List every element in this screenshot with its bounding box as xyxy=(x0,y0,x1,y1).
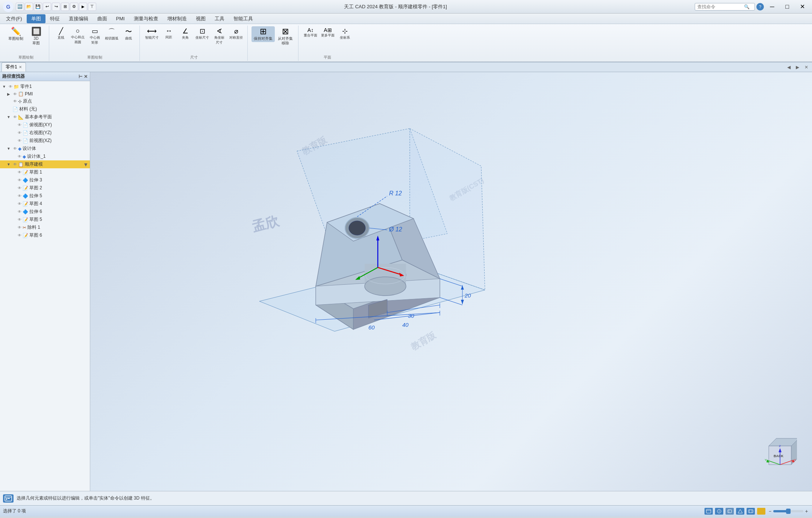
tree-toggle-design-body[interactable]: ▼ xyxy=(6,146,11,151)
menu-smart-tools[interactable]: 智能工具 xyxy=(229,14,258,23)
tree-eye-s2[interactable]: 👁 xyxy=(18,186,21,190)
tab-part1[interactable]: 零件1 ✕ xyxy=(2,62,26,72)
angle-button[interactable]: ∠ 夹角 xyxy=(177,26,193,41)
tree-eye-design-body-1[interactable]: 👁 xyxy=(18,154,21,159)
tree-toggle-ref-planes[interactable]: ▼ xyxy=(6,115,11,119)
save-button[interactable]: 💾 xyxy=(34,3,42,11)
tree-item-sketch1[interactable]: 👁 📝 草图 1 xyxy=(0,168,90,176)
open-button[interactable]: 📂 xyxy=(25,3,33,11)
tree-item-origin[interactable]: 👁 ⊹ 原点 xyxy=(0,97,90,105)
menu-direct-edit[interactable]: 直接编辑 xyxy=(64,14,93,23)
tree-item-extrude5[interactable]: 👁 🔷 拉伸 5 xyxy=(0,192,90,200)
tree-eye-e5[interactable]: 👁 xyxy=(18,194,21,198)
spacing-button[interactable]: ↔ 间距 xyxy=(161,26,177,41)
tab-nav-right[interactable]: ▶ xyxy=(794,64,801,71)
command-search-input[interactable] xyxy=(697,4,742,9)
tree-item-sketch6[interactable]: 👁 📝 草图 6 xyxy=(0,231,90,239)
circle-button[interactable]: ○ 中心和点画圆 xyxy=(70,26,86,45)
more-plane-button[interactable]: A⊞ 更多平面 xyxy=(320,26,336,39)
status-icon-color[interactable] xyxy=(757,508,765,515)
tab-nav-close[interactable]: ✕ xyxy=(802,64,810,71)
tree-item-part1[interactable]: ▼ 👁 📁 零件1 xyxy=(0,83,90,91)
menu-sketch[interactable]: 单图 xyxy=(27,14,45,23)
smart-dim-button[interactable]: ⟷ 智能尺寸 xyxy=(144,26,160,41)
remove-align-button[interactable]: ⊠ 从对齐集移除 xyxy=(276,26,295,47)
tree-item-extrude6[interactable]: 👁 🔷 拉伸 6 xyxy=(0,208,90,216)
tree-eye-ref-planes[interactable]: 👁 xyxy=(13,115,17,119)
tree-item-pmi[interactable]: ▶ 👁 📋 PMI xyxy=(0,91,90,97)
sym-diameter-button[interactable]: ⌀ 对称直径 xyxy=(228,26,244,41)
tree-eye-e3[interactable]: 👁 xyxy=(18,178,21,182)
tree-item-sketch5[interactable]: 👁 📝 草图 5 xyxy=(0,216,90,224)
zoom-slider[interactable] xyxy=(773,510,803,512)
tree-toggle-sequential[interactable]: ▼ xyxy=(6,162,11,166)
tree-item-sketch4[interactable]: 👁 📝 草图 4 xyxy=(0,200,90,208)
zoom-in-button[interactable]: ＋ xyxy=(804,508,809,515)
menu-view[interactable]: 视图 xyxy=(191,14,210,23)
curve-button[interactable]: 〜 曲线 xyxy=(121,26,136,42)
status-icon-4[interactable] xyxy=(736,508,744,515)
tree-eye-xy[interactable]: 👁 xyxy=(18,123,21,127)
tree-item-design-body[interactable]: ▼ 👁 ◆ 设计体 xyxy=(0,145,90,153)
tree-item-sketch2[interactable]: 👁 📝 草图 2 xyxy=(0,184,90,192)
menu-file[interactable]: 文件(F) xyxy=(2,14,27,23)
sketch-draw-button[interactable]: ✏️ 草图绘制 xyxy=(6,26,26,42)
menu-measure[interactable]: 测量与检查 xyxy=(129,14,163,23)
new-button[interactable]: 🆕 xyxy=(16,3,24,11)
menu-pmi[interactable]: PMI xyxy=(112,15,129,23)
menu-additive[interactable]: 增材制造 xyxy=(163,14,191,23)
tree-item-xz[interactable]: 👁 📄 前视图(XZ) xyxy=(0,137,90,145)
coincide-plane-button[interactable]: A↕ 重合平面 xyxy=(302,26,319,39)
settings-button[interactable]: ⚙ xyxy=(70,3,78,11)
tree-item-sequential[interactable]: ▼ 👁 📋 顺序建模 ▼ xyxy=(0,160,90,168)
tree-toggle-pmi[interactable]: ▶ xyxy=(6,92,11,96)
status-icon-5[interactable] xyxy=(747,508,755,515)
tree-eye-s1[interactable]: 👁 xyxy=(18,170,21,174)
3d-sketch-button[interactable]: 🔲 3D草图 xyxy=(26,26,46,47)
command-search[interactable]: 🔍 xyxy=(695,3,755,11)
tree-eye-yz[interactable]: 👁 xyxy=(18,131,21,135)
tree-eye-xz[interactable]: 👁 xyxy=(18,139,21,143)
coord-dim-button[interactable]: ⊡ 坐标尺寸 xyxy=(194,26,211,41)
coord-sys-button[interactable]: ⊹ 坐标系 xyxy=(337,26,353,41)
menu-feature[interactable]: 特征 xyxy=(45,14,64,23)
tree-item-xy[interactable]: 👁 📄 俯视图(XY) xyxy=(0,121,90,129)
tree-eye-s4[interactable]: 👁 xyxy=(18,202,21,206)
close-button[interactable]: ✕ xyxy=(795,2,809,12)
tool1-button[interactable]: ⊞ xyxy=(61,3,69,11)
menu-surface[interactable]: 曲面 xyxy=(93,14,112,23)
line-button[interactable]: ╱ 直线 xyxy=(53,26,69,41)
viewport[interactable]: 教育版 教育版 教育版 教育版(CST) 孟欣 xyxy=(90,72,812,491)
sidebar-close-button[interactable]: ✕ xyxy=(84,74,88,79)
tab-nav-left[interactable]: ◀ xyxy=(785,64,793,71)
status-icon-2[interactable] xyxy=(715,508,723,515)
tree-eye-e6[interactable]: 👁 xyxy=(18,210,21,214)
undo-button[interactable]: ↩ xyxy=(43,3,51,11)
rect-button[interactable]: ▭ 中心画矩形 xyxy=(87,26,103,46)
status-icon-1[interactable] xyxy=(704,508,713,515)
tree-eye-origin[interactable]: 👁 xyxy=(13,99,17,103)
minimize-button[interactable]: ─ xyxy=(765,2,779,12)
menu-tools[interactable]: 工具 xyxy=(210,14,229,23)
keep-align-button[interactable]: ⊞ 保持对齐集 xyxy=(251,26,275,42)
tree-item-yz[interactable]: 👁 📄 右视图(YZ) xyxy=(0,129,90,137)
tree-eye-s6[interactable]: 👁 xyxy=(18,233,21,237)
tree-eye-r1[interactable]: 👁 xyxy=(18,225,21,230)
tree-item-remove1[interactable]: 👁 ✂ 除料 1 xyxy=(0,224,90,231)
tree-item-extrude3[interactable]: 👁 🔷 拉伸 3 xyxy=(0,176,90,184)
redo-button[interactable]: ↪ xyxy=(52,3,60,11)
select-button[interactable]: ▶ xyxy=(79,3,87,11)
tab-close-button[interactable]: ✕ xyxy=(19,65,22,69)
tree-eye-sequential[interactable]: 👁 xyxy=(13,162,17,166)
sidebar-dock-button[interactable]: ⊢ xyxy=(79,74,82,79)
tree-eye-design-body[interactable]: 👁 xyxy=(13,146,17,151)
tree-eye-part1[interactable]: 👁 xyxy=(9,85,12,89)
zoom-handle[interactable] xyxy=(786,509,791,514)
tree-eye-s5[interactable]: 👁 xyxy=(18,217,21,222)
extra-button[interactable]: ⊤ xyxy=(88,3,96,11)
angle-coord-button[interactable]: ∢ 角坐标尺寸 xyxy=(211,26,227,46)
view-cube[interactable]: X Y Z BACK xyxy=(763,435,797,468)
tree-eye-pmi[interactable]: 👁 xyxy=(13,92,17,96)
tree-item-material[interactable]: 📄 材料 (无) xyxy=(0,105,90,113)
zoom-out-button[interactable]: － xyxy=(768,508,773,515)
